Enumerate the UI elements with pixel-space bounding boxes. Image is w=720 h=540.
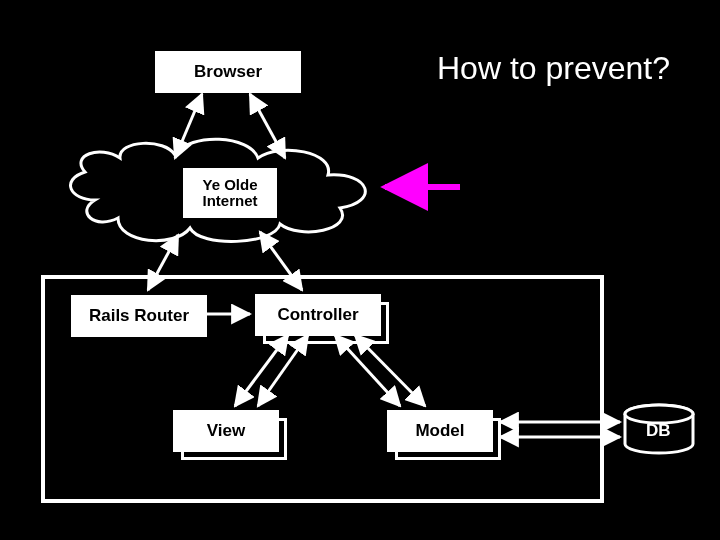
model-label: Model <box>390 413 490 449</box>
model-box: Model <box>387 410 493 452</box>
svg-line-2 <box>175 94 202 158</box>
diagram-stage: How to prevent? Browser Ye Olde Internet… <box>0 0 720 540</box>
controller-label: Controller <box>258 297 378 333</box>
view-label: View <box>176 413 276 449</box>
browser-box: Browser <box>155 51 301 93</box>
router-box: Rails Router <box>71 295 207 337</box>
view-box: View <box>173 410 279 452</box>
slide-title: How to prevent? <box>437 50 670 87</box>
svg-line-3 <box>250 94 285 158</box>
internet-box: Ye Olde Internet <box>183 168 277 218</box>
controller-box: Controller <box>255 294 381 336</box>
db-label: DB <box>646 421 671 441</box>
router-label: Rails Router <box>74 298 204 334</box>
browser-label: Browser <box>158 54 298 90</box>
internet-label: Ye Olde Internet <box>186 171 274 215</box>
